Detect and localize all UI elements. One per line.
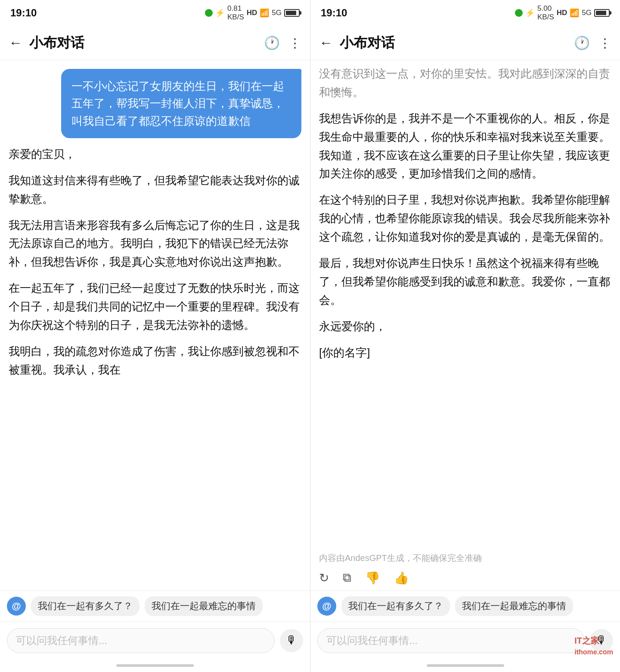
disclaimer-right: 内容由AndesGPT生成，不能确保完全准确 (319, 552, 611, 564)
ai-actions-right: ↻ ⧉ 👎 👍 (319, 567, 611, 590)
home-bar-left (116, 664, 194, 667)
mic-icon-left[interactable]: 🎙 (280, 629, 303, 652)
ai-para-top-right: 没有意识到这一点，对你的里安怯。我对此感到深深的自责和懊悔。 (319, 65, 611, 102)
at-icon-left[interactable]: @ (7, 597, 26, 616)
status-bar-right: 19:10 ⚡ 5.00KB/S HD 📶 5G (310, 0, 620, 26)
like-icon[interactable]: 👍 (394, 571, 409, 585)
history-icon-right[interactable]: 🕐 (574, 35, 590, 50)
copy-icon[interactable]: ⧉ (343, 571, 351, 585)
ai-message-right: 没有意识到这一点，对你的里安怯。我对此感到深深的自责和懊悔。 我想告诉你的是，我… (319, 60, 611, 552)
input-bar-right: 可以问我任何事情... 🎙 (310, 621, 620, 659)
network-icon: 5G (272, 9, 282, 17)
back-button-right[interactable]: ← (319, 35, 333, 51)
network-icon-r: 5G (582, 9, 592, 17)
ai-para-r3: 永远爱你的， (319, 317, 611, 336)
input-field-right[interactable]: 可以问我任何事情... (317, 628, 585, 653)
suggestion-chip-2-left[interactable]: 我们在一起最难忘的事情 (145, 596, 263, 616)
suggestion-chip-2-right[interactable]: 我们在一起最难忘的事情 (455, 596, 573, 616)
status-icons-left: ⚡ 0.81KB/S HD 📶 5G (205, 4, 300, 22)
hd-icon: HD (247, 9, 257, 17)
ai-para-r2: 最后，我想对你说声生日快乐！虽然这个祝福来得有些晚了，但我希望你能感受到我的诚意… (319, 254, 611, 310)
top-bar-icons-left: 🕐 ⋮ (264, 35, 301, 50)
suggestion-chip-1-right[interactable]: 我们在一起有多久了？ (341, 596, 450, 616)
top-bar-right: ← 小布对话 🕐 ⋮ (310, 26, 620, 60)
input-placeholder-right: 可以问我任何事情... (326, 634, 418, 647)
top-bar-icons-right: 🕐 ⋮ (574, 35, 611, 50)
at-icon-right[interactable]: @ (317, 597, 336, 616)
suggestion-bar-right: @ 我们在一起有多久了？ 我们在一起最难忘的事情 (310, 590, 620, 621)
more-icon-left[interactable]: ⋮ (288, 35, 301, 50)
input-placeholder-left: 可以问我任何事情... (16, 634, 107, 647)
battery-icon (284, 9, 300, 17)
home-bar-right (427, 664, 504, 667)
top-bar-left: ← 小布对话 🕐 ⋮ (0, 26, 310, 60)
ai-para-0: 亲爱的宝贝， (9, 145, 301, 164)
ai-para-r1: 在这个特别的日子里，我想对你说声抱歉。我希望你能理解我的心情，也希望你能原谅我的… (319, 191, 611, 246)
wifi-icon: 📶 (260, 8, 269, 18)
input-field-left[interactable]: 可以问我任何事情... (7, 628, 275, 653)
signal-text: 0.81KB/S (227, 4, 244, 22)
back-button-left[interactable]: ← (9, 35, 22, 51)
suggestion-bar-left: @ 我们在一起有多久了？ 我们在一起最难忘的事情 (0, 590, 310, 621)
wifi-icon-r: 📶 (570, 8, 579, 18)
more-icon-right[interactable]: ⋮ (598, 35, 611, 50)
status-icons-right: ⚡ 5.00KB/S HD 📶 5G (515, 4, 610, 22)
bluetooth-icon: ⚡ (215, 8, 225, 18)
status-time-left: 19:10 (10, 7, 37, 19)
chat-area-right: 没有意识到这一点，对你的里安怯。我对此感到深深的自责和懊悔。 我想告诉你的是，我… (310, 60, 620, 590)
refresh-icon[interactable]: ↻ (319, 571, 329, 585)
signal-text-r: 5.00KB/S (537, 4, 554, 22)
hd-icon-r: HD (557, 9, 567, 17)
ai-para-r4: [你的名字] (319, 344, 611, 362)
suggestion-chip-1-left[interactable]: 我们在一起有多久了？ (31, 596, 140, 616)
ai-para-3: 在一起五年了，我们已经一起度过了无数的快乐时光，而这个日子，却是我们共同的记忆中… (9, 279, 301, 334)
status-bar-left: 19:10 ⚡ 0.81KB/S HD 📶 5G (0, 0, 310, 26)
chat-scroll-right: 没有意识到这一点，对你的里安怯。我对此感到深深的自责和懊悔。 我想告诉你的是，我… (319, 60, 611, 552)
home-indicator-left (0, 659, 310, 672)
green-dot-icon-r (515, 9, 523, 17)
input-bar-left: 可以问我任何事情... 🎙 (0, 621, 310, 659)
ai-para-2: 我无法用言语来形容我有多么后悔忘记了你的生日，这是我无法原谅自己的地方。我明白，… (9, 216, 301, 272)
bluetooth-icon-r: ⚡ (525, 8, 535, 18)
right-phone: 19:10 ⚡ 5.00KB/S HD 📶 5G ← 小布对话 🕐 ⋮ 没有意识… (310, 0, 620, 672)
battery-icon-r (594, 9, 610, 17)
ai-para-1: 我知道这封信来得有些晚了，但我希望它能表达我对你的诚挚歉意。 (9, 171, 301, 208)
status-time-right: 19:10 (321, 7, 347, 19)
ai-para-4: 我明白，我的疏忽对你造成了伤害，我让你感到被忽视和不被重视。我承认，我在 (9, 342, 301, 379)
page-title-left: 小布对话 (29, 34, 257, 53)
green-dot-icon (205, 9, 213, 17)
history-icon-left[interactable]: 🕐 (264, 35, 280, 50)
watermark: IT之家ithome.com (574, 635, 613, 657)
ai-message-left: 亲爱的宝贝， 我知道这封信来得有些晚了，但我希望它能表达我对你的诚挚歉意。 我无… (9, 145, 301, 590)
left-phone: 19:10 ⚡ 0.81KB/S HD 📶 5G ← 小布对话 🕐 ⋮ 一不小心… (0, 0, 310, 672)
home-indicator-right (310, 659, 620, 672)
user-message-left: 一不小心忘记了女朋友的生日，我们在一起五年了，帮我写一封催人泪下，真挚诚恳，叫我… (61, 69, 301, 138)
chat-area-left: 一不小心忘记了女朋友的生日，我们在一起五年了，帮我写一封催人泪下，真挚诚恳，叫我… (0, 60, 310, 590)
dislike-icon[interactable]: 👎 (365, 571, 380, 585)
ai-para-r0: 我想告诉你的是，我并不是一个不重视你的人。相反，你是我生命中最重要的人，你的快乐… (319, 109, 611, 183)
page-title-right: 小布对话 (340, 34, 567, 53)
